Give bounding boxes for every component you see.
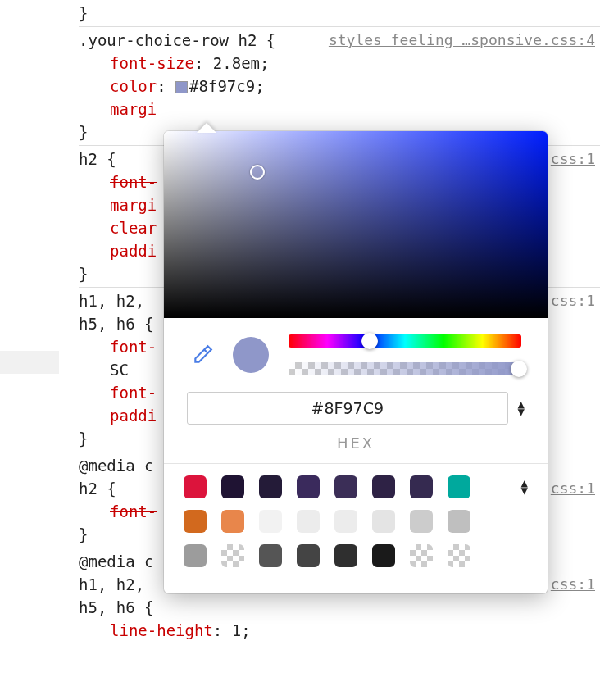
hue-handle[interactable] bbox=[361, 333, 378, 349]
hue-slider[interactable] bbox=[289, 334, 521, 348]
chevron-down-icon[interactable]: ▼ bbox=[518, 408, 525, 416]
selector[interactable]: h5, h6 { bbox=[79, 596, 600, 619]
css-property-overridden[interactable]: font- bbox=[110, 173, 157, 191]
palette-swatch[interactable] bbox=[259, 510, 282, 533]
source-link[interactable]: css:1 bbox=[551, 573, 595, 596]
color-picker-popup: ▲ ▼ HEX ▲ ▼ bbox=[164, 131, 548, 593]
palette-area: ▲ ▼ bbox=[164, 464, 548, 593]
palette-swatch[interactable] bbox=[410, 475, 433, 498]
palette-swatch[interactable] bbox=[334, 544, 357, 567]
palette-swatch[interactable] bbox=[184, 544, 207, 567]
mode-label: HEX bbox=[164, 434, 548, 463]
palette-swatch[interactable] bbox=[221, 544, 244, 567]
palette-swatch[interactable] bbox=[221, 510, 244, 533]
saturation-field[interactable] bbox=[164, 131, 548, 318]
closing-brace: } bbox=[79, 525, 88, 543]
sliders-group bbox=[289, 334, 521, 375]
closing-brace: } bbox=[79, 4, 88, 22]
rule-block[interactable]: styles_feeling_…sponsive.css:4 .your-cho… bbox=[79, 26, 600, 145]
css-value[interactable]: #8f97c9 bbox=[189, 77, 255, 95]
css-property[interactable]: color bbox=[110, 77, 157, 95]
palette-row bbox=[184, 544, 528, 567]
css-property[interactable]: font-size bbox=[110, 54, 194, 72]
color-swatch[interactable] bbox=[175, 81, 188, 93]
closing-brace: } bbox=[79, 123, 88, 141]
palette-swatch[interactable] bbox=[410, 544, 433, 567]
palette-row bbox=[184, 510, 528, 533]
alpha-handle[interactable] bbox=[511, 361, 527, 377]
palette-swatch[interactable] bbox=[334, 510, 357, 533]
rule-block: } bbox=[79, 0, 600, 26]
css-property[interactable]: line-height bbox=[110, 621, 213, 639]
alpha-slider[interactable] bbox=[289, 362, 521, 375]
closing-brace: } bbox=[79, 430, 88, 448]
hex-input[interactable] bbox=[187, 392, 508, 425]
value-row: ▲ ▼ bbox=[164, 380, 548, 434]
palette-swatch[interactable] bbox=[184, 475, 207, 498]
css-property[interactable]: font- bbox=[110, 338, 157, 356]
palette-swatch[interactable] bbox=[184, 510, 207, 533]
palette-swatch[interactable] bbox=[221, 475, 244, 498]
popup-arrow bbox=[197, 123, 216, 133]
saturation-handle[interactable] bbox=[250, 165, 265, 180]
css-property[interactable]: margi bbox=[110, 196, 157, 214]
source-link[interactable]: css:1 bbox=[551, 148, 595, 170]
css-property[interactable]: margi bbox=[110, 100, 157, 118]
palette-swatch[interactable] bbox=[372, 510, 395, 533]
picker-controls-row bbox=[164, 318, 548, 380]
palette-swatch[interactable] bbox=[334, 475, 357, 498]
css-property[interactable]: clear bbox=[110, 219, 157, 237]
palette-swatch[interactable] bbox=[372, 475, 395, 498]
source-link[interactable]: css:1 bbox=[551, 289, 595, 312]
palette-stepper[interactable]: ▲ ▼ bbox=[521, 480, 528, 494]
source-link[interactable]: css:1 bbox=[551, 477, 595, 500]
palette-swatch[interactable] bbox=[448, 510, 470, 533]
css-value[interactable]: SC bbox=[110, 361, 129, 379]
mode-stepper[interactable]: ▲ ▼ bbox=[518, 401, 525, 416]
palette-swatch[interactable] bbox=[297, 544, 320, 567]
palette-row: ▲ ▼ bbox=[184, 475, 528, 498]
closing-brace: } bbox=[79, 265, 88, 283]
palette-swatch[interactable] bbox=[297, 475, 320, 498]
eyedropper-icon[interactable] bbox=[192, 344, 213, 366]
source-link[interactable]: styles_feeling_…sponsive.css:4 bbox=[329, 29, 595, 52]
css-property[interactable]: paddi bbox=[110, 407, 157, 425]
palette-swatch[interactable] bbox=[259, 475, 282, 498]
palette-swatch[interactable] bbox=[259, 544, 282, 567]
palette-swatch[interactable] bbox=[372, 544, 395, 567]
current-color-swatch bbox=[233, 337, 269, 373]
palette-swatch[interactable] bbox=[410, 510, 433, 533]
palette-swatch[interactable] bbox=[448, 475, 470, 498]
chevron-down-icon[interactable]: ▼ bbox=[521, 487, 528, 494]
palette-swatch[interactable] bbox=[448, 544, 470, 567]
css-property[interactable]: paddi bbox=[110, 242, 157, 260]
palette-swatch[interactable] bbox=[297, 510, 320, 533]
gutter-highlight bbox=[0, 351, 59, 374]
css-property[interactable]: font- bbox=[110, 384, 157, 402]
css-property-overridden[interactable]: font- bbox=[110, 502, 157, 520]
css-value[interactable]: 1 bbox=[232, 621, 241, 639]
css-value[interactable]: 2.8em bbox=[213, 54, 260, 72]
